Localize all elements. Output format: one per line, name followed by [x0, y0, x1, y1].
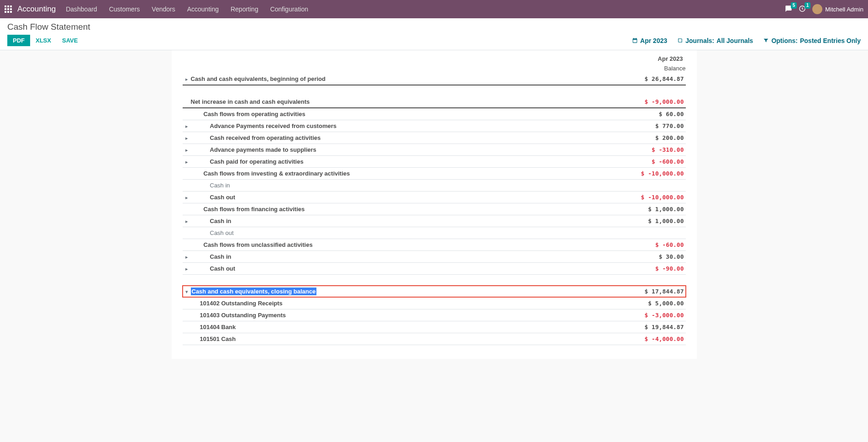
column-period: Apr 2023: [658, 55, 683, 62]
report-row[interactable]: Net increase in cash and cash equivalent…: [183, 96, 686, 108]
messages-badge: 5: [791, 2, 797, 9]
app-brand[interactable]: Accounting: [17, 5, 56, 14]
expand-caret[interactable]: [183, 144, 191, 156]
messages-icon[interactable]: 5: [785, 5, 792, 14]
report-row[interactable]: Cash out$ -10,000.00: [183, 192, 686, 203]
row-amount: [622, 180, 686, 192]
row-amount: $ -90.00: [622, 263, 686, 275]
row-amount: $ 1,000.00: [622, 203, 686, 215]
report-row[interactable]: 101501 Cash$ -4,000.00: [183, 333, 686, 345]
row-amount: $ 19,844.87: [622, 321, 686, 333]
row-label: 101403 Outstanding Payments: [191, 309, 622, 321]
report-row[interactable]: Cash paid for operating activities$ -600…: [183, 156, 686, 168]
menu-accounting[interactable]: Accounting: [187, 5, 219, 13]
row-label: Cash paid for operating activities: [191, 156, 622, 168]
row-label: Cash in: [191, 251, 622, 263]
page-title: Cash Flow Statement: [7, 22, 861, 32]
report-row[interactable]: Cash in$ 1,000.00: [183, 215, 686, 227]
expand-caret: [183, 227, 191, 239]
report-row[interactable]: Cash flows from investing & extraordinar…: [183, 168, 686, 180]
menu-configuration[interactable]: Configuration: [270, 5, 308, 13]
svg-rect-5: [10, 8, 12, 10]
row-label: Cash and cash equivalents, beginning of …: [191, 73, 622, 85]
row-label: Advance Payments received from customers: [191, 120, 622, 132]
report-row[interactable]: Cash and cash equivalents, closing balan…: [183, 286, 686, 298]
svg-rect-6: [5, 11, 6, 13]
expand-caret: [183, 108, 191, 120]
row-amount: $ 5,000.00: [622, 297, 686, 309]
expand-caret[interactable]: [183, 263, 191, 275]
expand-caret: [183, 180, 191, 192]
menu-customers[interactable]: Customers: [109, 5, 140, 13]
row-amount: $ 17,844.87: [622, 286, 686, 298]
row-amount: $ 60.00: [622, 108, 686, 120]
book-icon: [677, 37, 683, 43]
apps-icon[interactable]: [5, 5, 12, 13]
report-row[interactable]: 101404 Bank$ 19,844.87: [183, 321, 686, 333]
report-row[interactable]: Cash flows from unclassified activities$…: [183, 239, 686, 251]
expand-caret[interactable]: [183, 156, 191, 168]
save-button[interactable]: SAVE: [57, 35, 83, 46]
row-label: Advance payments made to suppliers: [191, 144, 622, 156]
row-amount: $ 1,000.00: [622, 215, 686, 227]
report-row[interactable]: 101403 Outstanding Payments$ -3,000.00: [183, 309, 686, 321]
row-label: Cash flows from financing activities: [191, 203, 622, 215]
row-label: 101404 Bank: [191, 321, 622, 333]
report-container: Apr 2023 Balance Cash and cash equivalen…: [172, 50, 697, 359]
control-panel: Cash Flow Statement PDF XLSX SAVE Apr 20…: [0, 18, 868, 50]
row-label: Cash received from operating activities: [191, 132, 622, 144]
expand-caret: [183, 297, 191, 309]
expand-caret[interactable]: [183, 120, 191, 132]
report-row[interactable]: Cash flows from financing activities$ 1,…: [183, 203, 686, 215]
expand-caret[interactable]: [183, 73, 191, 85]
row-amount: $ -310.00: [622, 144, 686, 156]
row-label: Cash out: [191, 263, 622, 275]
report-row[interactable]: Cash out: [183, 227, 686, 239]
column-balance: Balance: [664, 65, 686, 72]
row-label: Cash in: [191, 180, 622, 192]
report-row[interactable]: Advance payments made to suppliers$ -310…: [183, 144, 686, 156]
report-row[interactable]: Cash and cash equivalents, beginning of …: [183, 73, 686, 85]
row-amount: $ -10,000.00: [622, 168, 686, 180]
avatar: [812, 4, 822, 14]
report-row[interactable]: Cash in: [183, 180, 686, 192]
expand-caret[interactable]: [183, 192, 191, 203]
xlsx-button[interactable]: XLSX: [30, 35, 57, 46]
expand-caret[interactable]: [183, 215, 191, 227]
row-amount: $ -600.00: [622, 156, 686, 168]
expand-caret[interactable]: [183, 251, 191, 263]
expand-caret[interactable]: [183, 132, 191, 144]
filter-journals[interactable]: Journals: All Journals: [677, 37, 753, 44]
row-amount: $ -60.00: [622, 239, 686, 251]
filter-options[interactable]: Options:Posted Entries Only: [763, 37, 861, 44]
row-label: Net increase in cash and cash equivalent…: [191, 96, 622, 108]
row-label: Cash out: [191, 192, 622, 203]
menu-dashboard[interactable]: Dashboard: [66, 5, 97, 13]
report-row[interactable]: Cash out$ -90.00: [183, 263, 686, 275]
row-label: Cash and cash equivalents, closing balan…: [191, 286, 622, 298]
row-amount: $ -3,000.00: [622, 309, 686, 321]
filter-icon: [763, 37, 769, 43]
expand-caret: [183, 333, 191, 345]
report-row[interactable]: Cash received from operating activities$…: [183, 132, 686, 144]
row-label: Cash flows from investing & extraordinar…: [191, 168, 622, 180]
row-label: Cash flows from operating activities: [191, 108, 622, 120]
svg-rect-4: [7, 8, 9, 10]
filter-period[interactable]: Apr 2023: [632, 37, 667, 44]
report-row[interactable]: 101402 Outstanding Receipts$ 5,000.00: [183, 297, 686, 309]
report-row[interactable]: Cash in$ 30.00: [183, 251, 686, 263]
row-amount: $ -4,000.00: [622, 333, 686, 345]
expand-caret: [183, 309, 191, 321]
expand-caret: [183, 203, 191, 215]
menu-vendors[interactable]: Vendors: [152, 5, 175, 13]
menu-reporting[interactable]: Reporting: [231, 5, 258, 13]
activities-icon[interactable]: 1: [799, 5, 806, 14]
calendar-icon: [632, 37, 638, 43]
user-menu[interactable]: Mitchell Admin: [812, 4, 863, 14]
row-amount: [622, 227, 686, 239]
report-row[interactable]: Advance Payments received from customers…: [183, 120, 686, 132]
report-row[interactable]: Cash flows from operating activities$ 60…: [183, 108, 686, 120]
pdf-button[interactable]: PDF: [7, 35, 30, 46]
expand-caret: [183, 239, 191, 251]
expand-caret[interactable]: [183, 286, 191, 298]
